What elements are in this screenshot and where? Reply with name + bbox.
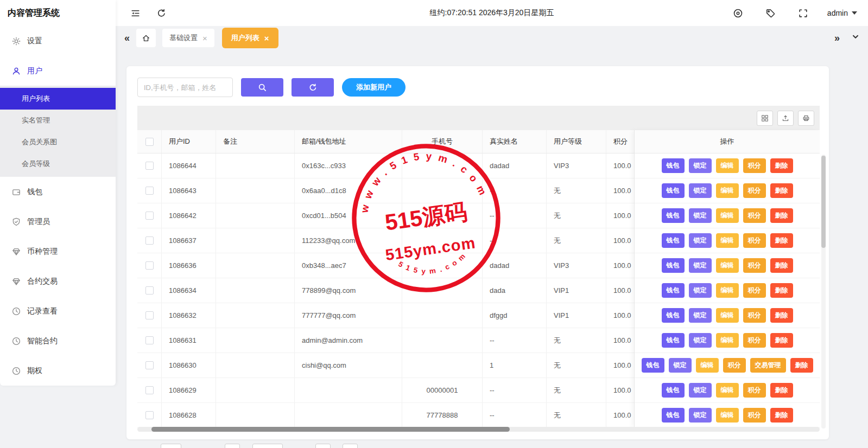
edit-button[interactable]: 编辑 xyxy=(716,408,739,423)
wallet-button[interactable]: 钱包 xyxy=(662,183,685,198)
points-button[interactable]: 积分 xyxy=(743,158,766,173)
sidebar-item-admin[interactable]: 管理员 xyxy=(0,207,116,236)
sidebar-item-contract-trade[interactable]: 合约交易 xyxy=(0,266,116,296)
edit-button[interactable]: 编辑 xyxy=(716,158,739,173)
wallet-button[interactable]: 钱包 xyxy=(662,408,685,423)
row-checkbox[interactable] xyxy=(145,311,154,319)
lock-button[interactable]: 锁定 xyxy=(689,183,712,198)
refresh-page-button[interactable] xyxy=(153,4,170,22)
row-checkbox[interactable] xyxy=(145,187,154,195)
tag-button[interactable] xyxy=(762,4,780,22)
delete-button[interactable]: 删除 xyxy=(770,308,793,323)
pagination-control[interactable] xyxy=(343,444,358,448)
lock-button[interactable]: 锁定 xyxy=(669,358,692,373)
sidebar-item-options[interactable]: 期权 xyxy=(0,356,116,386)
lock-button[interactable]: 锁定 xyxy=(689,383,712,398)
delete-button[interactable]: 删除 xyxy=(770,283,793,298)
search-button[interactable] xyxy=(241,78,283,97)
refresh-table-button[interactable] xyxy=(292,78,334,97)
sidebar-item-settings[interactable]: 设置 xyxy=(0,26,116,56)
lock-button[interactable]: 锁定 xyxy=(689,408,712,423)
delete-button[interactable]: 删除 xyxy=(770,408,793,423)
sidebar-subitem-member-graph[interactable]: 会员关系图 xyxy=(0,131,116,153)
tab-user-list[interactable]: 用户列表× xyxy=(222,28,278,48)
lock-button[interactable]: 锁定 xyxy=(689,233,712,248)
delete-button[interactable]: 删除 xyxy=(770,208,793,223)
wallet-button[interactable]: 钱包 xyxy=(662,233,685,248)
points-button[interactable]: 积分 xyxy=(743,383,766,398)
row-checkbox[interactable] xyxy=(145,261,154,270)
tab-close-icon[interactable]: × xyxy=(202,34,207,42)
pagination-control[interactable] xyxy=(161,444,181,448)
sidebar-collapse-button[interactable] xyxy=(126,4,144,22)
row-checkbox[interactable] xyxy=(145,336,154,344)
edit-button[interactable]: 编辑 xyxy=(716,258,739,273)
columns-filter-button[interactable] xyxy=(757,111,773,126)
points-button[interactable]: 积分 xyxy=(743,208,766,223)
row-checkbox[interactable] xyxy=(145,212,154,220)
wallet-button[interactable]: 钱包 xyxy=(662,383,685,398)
sidebar-item-users[interactable]: 用户 xyxy=(0,56,116,86)
wallet-button[interactable]: 钱包 xyxy=(662,258,685,273)
delete-button[interactable]: 删除 xyxy=(770,258,793,273)
user-menu[interactable]: admin xyxy=(827,9,857,17)
sidebar-item-wallet[interactable]: 钱包 xyxy=(0,177,116,207)
points-button[interactable]: 积分 xyxy=(743,183,766,198)
row-checkbox[interactable] xyxy=(145,236,154,245)
pagination-control[interactable] xyxy=(315,444,331,448)
select-all-checkbox[interactable] xyxy=(145,138,154,146)
tabs-scroll-right-icon[interactable]: » xyxy=(834,33,840,44)
row-checkbox[interactable] xyxy=(145,286,154,295)
lock-button[interactable]: 锁定 xyxy=(689,208,712,223)
row-checkbox[interactable] xyxy=(145,361,154,369)
row-checkbox[interactable] xyxy=(145,162,154,170)
delete-button[interactable]: 删除 xyxy=(770,383,793,398)
lock-button[interactable]: 锁定 xyxy=(689,283,712,298)
horizontal-scrollbar-thumb[interactable] xyxy=(151,427,510,432)
edit-button[interactable]: 编辑 xyxy=(716,308,739,323)
export-button[interactable] xyxy=(777,111,794,126)
pagination-control[interactable] xyxy=(252,444,283,448)
wallet-button[interactable]: 钱包 xyxy=(662,208,685,223)
pagination-control[interactable] xyxy=(225,444,240,448)
lock-button[interactable]: 锁定 xyxy=(689,308,712,323)
home-tab[interactable] xyxy=(136,29,156,47)
edit-button[interactable]: 编辑 xyxy=(716,333,739,348)
edit-button[interactable]: 编辑 xyxy=(716,208,739,223)
lock-button[interactable]: 锁定 xyxy=(689,333,712,348)
points-button[interactable]: 积分 xyxy=(743,333,766,348)
horizontal-scrollbar[interactable] xyxy=(137,427,820,432)
sidebar-subitem-user-list[interactable]: 用户列表 xyxy=(0,88,116,110)
points-button[interactable]: 积分 xyxy=(723,358,746,373)
tabs-menu-icon[interactable] xyxy=(852,33,859,43)
search-input[interactable] xyxy=(137,78,233,97)
edit-button[interactable]: 编辑 xyxy=(716,233,739,248)
delete-button[interactable]: 删除 xyxy=(770,183,793,198)
sidebar-item-record-view[interactable]: 记录查看 xyxy=(0,296,116,326)
sidebar-subitem-member-level[interactable]: 会员等级 xyxy=(0,153,116,175)
wallet-button[interactable]: 钱包 xyxy=(662,158,685,173)
fullscreen-button[interactable] xyxy=(795,4,812,22)
wallet-button[interactable]: 钱包 xyxy=(662,283,685,298)
wallet-button[interactable]: 钱包 xyxy=(662,308,685,323)
edit-button[interactable]: 编辑 xyxy=(696,358,719,373)
delete-button[interactable]: 删除 xyxy=(770,158,793,173)
vertical-scrollbar[interactable] xyxy=(821,155,826,428)
points-button[interactable]: 积分 xyxy=(743,308,766,323)
sidebar-item-smart-contract[interactable]: 智能合约 xyxy=(0,326,116,356)
tabs-scroll-left-icon[interactable]: « xyxy=(124,33,130,44)
delete-button[interactable]: 删除 xyxy=(770,333,793,348)
lock-button[interactable]: 锁定 xyxy=(689,258,712,273)
points-button[interactable]: 积分 xyxy=(743,233,766,248)
add-user-button[interactable]: 添加新用户 xyxy=(342,78,406,97)
row-checkbox[interactable] xyxy=(145,386,154,394)
sidebar-subitem-realname-manage[interactable]: 实名管理 xyxy=(0,110,116,131)
sidebar-item-currency-manage[interactable]: 币种管理 xyxy=(0,236,116,266)
wallet-button[interactable]: 钱包 xyxy=(662,333,685,348)
points-button[interactable]: 积分 xyxy=(743,408,766,423)
edit-button[interactable]: 编辑 xyxy=(716,283,739,298)
trade-button[interactable]: 交易管理 xyxy=(750,358,786,373)
points-button[interactable]: 积分 xyxy=(743,283,766,298)
print-button[interactable] xyxy=(798,111,814,126)
lock-button[interactable]: 锁定 xyxy=(689,158,712,173)
